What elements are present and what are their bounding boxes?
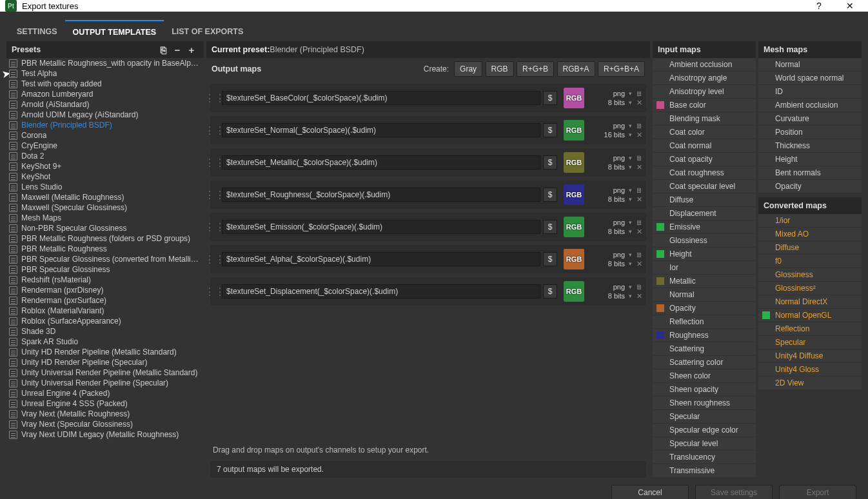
input-map-item[interactable]: Sheen roughness [653,396,756,409]
preset-item[interactable]: Lens Studio [6,182,204,192]
remove-output-icon[interactable]: ✕ [635,99,644,107]
help-button[interactable]: ? [806,1,832,11]
mesh-map-item[interactable]: Opacity [758,180,862,193]
input-map-item[interactable]: Coat color [653,126,756,139]
mesh-maps-list[interactable]: NormalWorld space normalIDAmbient occlus… [758,58,862,193]
converted-map-item[interactable]: Diffuse [758,241,862,254]
converted-map-item[interactable]: 2D View [758,377,862,389]
preset-item[interactable]: Spark AR Studio [6,337,204,347]
options-icon[interactable]: 🗎 [635,251,644,259]
preset-item[interactable]: Unity Universal Render Pipeline (Metalli… [6,367,204,378]
mesh-map-item[interactable]: Bent normals [758,166,862,179]
drag-handle-icon[interactable]: ⋮⋮ [210,277,219,306]
chevron-down-icon[interactable]: ▾ [629,164,632,170]
mesh-map-item[interactable]: ID [758,85,862,98]
remove-output-icon[interactable]: ✕ [635,260,644,268]
input-map-item[interactable]: Translucency [653,451,756,464]
input-map-item[interactable]: Anisotropy angle [653,72,756,84]
mesh-map-item[interactable]: Curvature [758,112,862,125]
token-button[interactable]: $ [543,91,557,105]
preset-list[interactable]: PBR Metallic Roughness_with opacity in B… [6,58,204,478]
input-maps-list[interactable]: Ambient occlusionAnisotropy angleAnisotr… [653,58,756,478]
input-map-item[interactable]: Sheen color [653,369,756,382]
preset-item[interactable]: Maxwell (Metallic Roughness) [6,192,204,202]
preset-item[interactable]: KeyShot 9+ [6,161,204,171]
mesh-map-item[interactable]: Thickness [758,139,862,152]
input-map-item[interactable]: Roughness [653,329,756,342]
options-icon[interactable]: 🗎 [635,90,644,97]
converted-map-item[interactable]: f0 [758,255,862,268]
preset-item[interactable]: Arnold UDIM Legacy (AiStandard) [6,110,204,120]
tab-list-of-exports[interactable]: LIST OF EXPORTS [164,21,251,43]
export-button[interactable]: Export [779,485,856,499]
input-map-item[interactable]: Opacity [653,302,756,315]
output-name-input[interactable] [222,123,540,137]
tab-output-templates[interactable]: OUTPUT TEMPLATES [65,20,164,43]
create-gray-button[interactable]: Gray [454,61,482,77]
input-map-item[interactable]: Transmissive [653,464,756,477]
input-map-item[interactable]: Ambient occlusion [653,58,756,71]
input-map-item[interactable]: Blending mask [653,112,756,125]
mesh-map-item[interactable]: Position [758,126,862,139]
input-map-item[interactable]: Specular edge color [653,424,756,436]
chevron-down-icon[interactable]: ▾ [629,260,632,267]
preset-item[interactable]: Vray Next UDIM Legacy (Metallic Roughnes… [6,429,204,440]
drag-handle-icon[interactable]: ⋮⋮ [210,84,219,112]
drag-handle-icon[interactable]: ⋮⋮ [210,116,219,144]
converted-map-item[interactable]: Unity4 Diffuse [758,349,862,362]
options-icon[interactable]: 🗎 [635,122,644,130]
output-name-input[interactable] [222,155,540,170]
create-rgb-a-button[interactable]: RGB+A [557,61,595,77]
close-button[interactable]: ✕ [837,1,863,11]
input-map-item[interactable]: Reflection [653,315,756,328]
preset-item[interactable]: Amazon Lumberyard [6,89,204,99]
preset-item[interactable]: Corona [6,130,204,141]
converted-map-item[interactable]: Glossiness² [758,282,862,295]
converted-map-item[interactable]: Normal OpenGL [758,309,862,322]
preset-item[interactable]: PBR Metallic Roughness_with opacity in B… [6,58,204,68]
input-map-item[interactable]: Emissive [653,220,756,233]
mesh-map-item[interactable]: Normal [758,58,862,71]
preset-item[interactable]: Renderman (pxrSurface) [6,295,204,306]
remove-output-icon[interactable]: ✕ [635,292,644,300]
chevron-down-icon[interactable]: ▾ [629,187,632,193]
remove-output-icon[interactable]: ✕ [635,131,644,139]
token-button[interactable]: $ [543,188,557,202]
input-map-item[interactable]: Coat opacity [653,153,756,166]
cancel-button[interactable]: Cancel [611,485,689,499]
preset-item[interactable]: Unity HD Render Pipeline (Specular) [6,357,204,367]
drag-handle-icon[interactable]: ⋮⋮ [210,245,219,273]
converted-maps-list[interactable]: 1/iorMixed AODiffusef0GlossinessGlossine… [758,214,862,478]
chevron-down-icon[interactable]: ▾ [629,251,632,258]
create-rgb-button[interactable]: RGB [486,61,514,77]
chevron-down-icon[interactable]: ▾ [629,90,632,97]
preset-item[interactable]: Test Alpha [6,68,204,79]
chevron-down-icon[interactable]: ▾ [629,196,632,202]
preset-item[interactable]: Renderman (pxrDisney) [6,285,204,295]
output-name-input[interactable] [222,188,540,202]
output-name-input[interactable] [222,252,540,266]
token-button[interactable]: $ [543,284,557,298]
preset-item[interactable]: Dota 2 [6,151,204,161]
input-map-item[interactable]: Specular level [653,437,756,450]
input-map-item[interactable]: Displacement [653,207,756,220]
output-name-input[interactable] [222,220,540,234]
token-button[interactable]: $ [543,155,557,170]
chevron-down-icon[interactable]: ▾ [629,219,632,226]
preset-copy-button[interactable]: ⎘ [156,43,170,57]
preset-item[interactable]: KeyShot [6,171,204,182]
mesh-map-item[interactable]: Height [758,153,862,166]
preset-item[interactable]: PBR Metallic Roughness [6,244,204,254]
input-map-item[interactable]: Height [653,248,756,260]
channel-swatch[interactable]: RGB [564,184,584,205]
preset-item[interactable]: Unity Universal Render Pipeline (Specula… [6,378,204,388]
preset-remove-button[interactable]: − [170,43,184,57]
drag-handle-icon[interactable]: ⋮⋮ [210,181,219,209]
channel-swatch[interactable]: RGB [564,281,584,302]
create-r-g-b-button[interactable]: R+G+B [517,61,554,77]
input-map-item[interactable]: Anisotropy level [653,85,756,98]
converted-map-item[interactable]: Glossiness [758,268,862,281]
chevron-down-icon[interactable]: ▾ [629,155,632,161]
chevron-down-icon[interactable]: ▾ [629,293,632,299]
preset-item[interactable]: Unity HD Render Pipeline (Metallic Stand… [6,347,204,357]
